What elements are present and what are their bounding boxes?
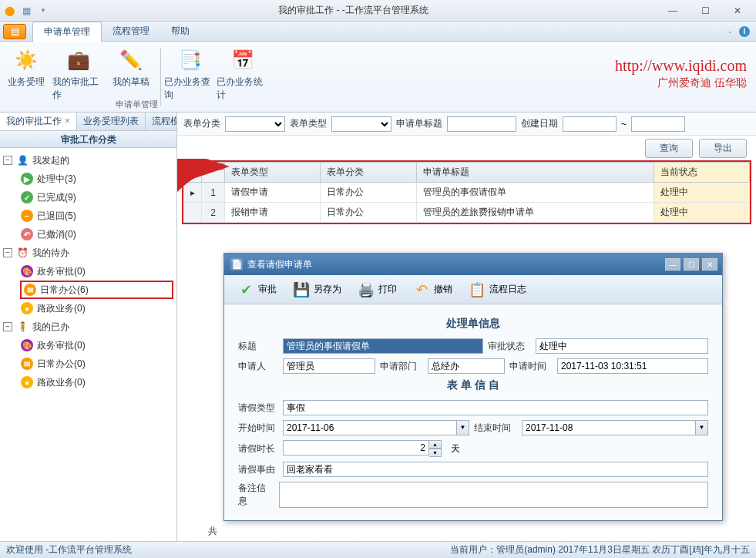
tree-node-gov[interactable]: 🎨政务审批(0) [20,262,173,281]
menu-tab-process[interactable]: 流程管理 [102,22,160,41]
label-category: 表单分类 [183,117,220,130]
clipboard-icon: 📋 [468,281,486,299]
tab-business-list[interactable]: 业务受理列表 [77,113,146,130]
statusbar: 欢迎使用 -工作流平台管理系统 当前用户：管理员(admin) 2017年11月… [0,541,756,558]
revoke-button[interactable]: ↶撤销 [406,277,459,302]
leave-type-field[interactable] [283,400,708,415]
ribbon-done-query[interactable]: 📑 已办业务查询 [164,42,217,112]
section-processing: 处理单信息 [238,317,708,331]
dialog-minimize-button[interactable]: — [665,258,680,271]
dropdown-icon[interactable]: ▼ [696,420,708,435]
ribbon-section: 申请单管理 [116,99,158,110]
tab-approval[interactable]: 我的审批工作× [0,113,77,130]
undo-icon: ↶ [412,281,431,299]
dept-field[interactable] [428,358,505,374]
time-field[interactable] [557,358,708,374]
tree-node-daily[interactable]: ✉日常办公(6) [20,281,173,299]
saveas-button[interactable]: 💾另存为 [286,277,348,302]
close-button[interactable]: ✕ [722,2,753,20]
query-button[interactable]: 查询 [645,139,693,158]
dialog-titlebar[interactable]: 📄 查看请假申请单 — ☐ ✕ [224,254,722,275]
menu-tab-apply[interactable]: 申请单管理 [32,22,102,42]
end-date-field[interactable] [522,420,696,435]
branding: http://www.iqidi.com 广州爱奇迪 伍华聪 [615,57,747,90]
printer-icon: 🖨️ [357,281,375,299]
title-field[interactable] [283,338,483,354]
maximize-button[interactable]: ☐ [690,2,721,20]
reason-field[interactable] [283,462,708,477]
app-menu-button[interactable]: ▤ [3,24,26,39]
tree-node-revoked[interactable]: ↶已撤消(0) [20,225,173,244]
print-button[interactable]: 🖨️打印 [351,277,403,302]
export-button[interactable]: 导出 [699,139,747,158]
tree-node-done[interactable]: − 🧍 我的已办 [3,318,173,336]
ribbon-approval[interactable]: 💼 我的审批工作 [52,42,105,112]
days-field[interactable] [283,440,429,455]
col-type[interactable]: 表单类型 [225,163,321,183]
ribbon-business[interactable]: ☀️ 业务受理 [0,42,52,112]
dialog-close-button[interactable]: ✕ [702,258,717,271]
spin-down-icon[interactable]: ▼ [429,449,442,457]
tree-node-done-daily[interactable]: ✉日常办公(0) [20,355,173,373]
tree-node-done-road[interactable]: ●路政业务(0) [20,373,173,392]
tab-template[interactable]: 流程模板 [146,113,176,130]
user-icon: 👤 [15,153,29,167]
calendar-icon: 📅 [230,48,255,72]
tree-node-road[interactable]: ●路政业务(0) [20,299,173,318]
date-to-input[interactable] [631,116,685,132]
tree-node-returned[interactable]: −已退回(5) [20,207,173,225]
spin-up-icon[interactable]: ▲ [429,440,442,449]
col-title[interactable]: 申请单标题 [416,163,654,183]
tree-node-processing[interactable]: ▶处理中(3) [20,170,173,188]
tree-node-done-gov[interactable]: 🎨政务审批(0) [20,336,173,355]
sidebar: 我的审批工作× 业务受理列表 流程模板 流程环节管理 审批工作分类 − 👤 我发… [0,113,177,541]
grid-row[interactable]: ▸1 请假申请日常办公 管理员的事假请假单处理中 [184,183,750,203]
dialog-icon: 📄 [230,258,243,271]
sidebar-header: 审批工作分类 [0,131,176,148]
pencil-icon: ✏️ [119,48,143,72]
start-date-field[interactable] [283,420,457,435]
grid-highlight: 表单类型 表单分类 申请单标题 当前状态 ▸1 请假申请日常办公 管理员的事假请… [182,160,751,224]
title-input[interactable] [447,116,516,132]
menu-tab-help[interactable]: 帮助 [160,22,200,41]
label-type: 表单类型 [290,117,327,130]
status-user-date: 当前用户：管理员(admin) 2017年11月3日星期五 农历丁酉[鸡]年九月… [450,543,750,556]
check-icon: ✔ [237,281,255,299]
label-title: 申请单标题 [396,117,442,130]
log-button[interactable]: 📋流程日志 [462,277,533,302]
app-icon: ⬤ [3,5,15,17]
person-icon: 🧍 [15,320,29,334]
titlebar: ⬤ ▦ ▼ 我的审批工作 - -工作流平台管理系统 — ☐ ✕ [0,0,756,22]
status-field[interactable] [536,338,708,354]
clock-icon: ⏰ [15,246,29,260]
tree-node-start[interactable]: − 👤 我发起的 [3,151,173,170]
status-welcome: 欢迎使用 -工作流平台管理系统 [6,543,132,556]
category-select[interactable] [225,116,285,132]
minimize-button[interactable]: — [657,2,688,20]
applicant-field[interactable] [283,358,375,374]
ribbon: ☀️ 业务受理 💼 我的审批工作 ✏️ 我的草稿 📑 已办业务查询 📅 已办业务… [0,42,756,113]
close-icon[interactable]: × [65,116,70,126]
remark-field[interactable] [279,482,708,508]
type-select[interactable] [331,116,391,132]
save-icon: 💾 [292,281,311,299]
dialog-maximize-button[interactable]: ☐ [684,258,699,271]
chevron-down-icon[interactable]: ⌄ [727,28,733,35]
briefcase-icon: 💼 [66,48,91,72]
qat-dropdown-icon[interactable]: ▼ [37,5,49,17]
col-cat[interactable]: 表单分类 [321,163,416,183]
tree-node-todo[interactable]: − ⏰ 我的待办 [3,244,173,262]
dropdown-icon[interactable]: ▼ [457,420,469,435]
section-form: 表 单 信 自 [238,378,708,392]
col-status[interactable]: 当前状态 [654,163,749,183]
ribbon-done-stats[interactable]: 📅 已办业务统计 [217,42,269,112]
info-icon[interactable]: i [739,26,750,37]
grid-row[interactable]: 2 报销申请日常办公 管理员的差旅费报销申请单处理中 [184,203,750,223]
qat-icon-1[interactable]: ▦ [20,5,32,17]
approve-button[interactable]: ✔审批 [230,277,283,302]
date-from-input[interactable] [563,116,617,132]
tree: − 👤 我发起的 ▶处理中(3) ✓已完成(9) −已退回(5) ↶已撤消(0)… [0,148,176,541]
dialog-toolbar: ✔审批 💾另存为 🖨️打印 ↶撤销 📋流程日志 [224,275,722,304]
tree-node-completed[interactable]: ✓已完成(9) [20,188,173,207]
pager-label: 共 [208,525,217,538]
